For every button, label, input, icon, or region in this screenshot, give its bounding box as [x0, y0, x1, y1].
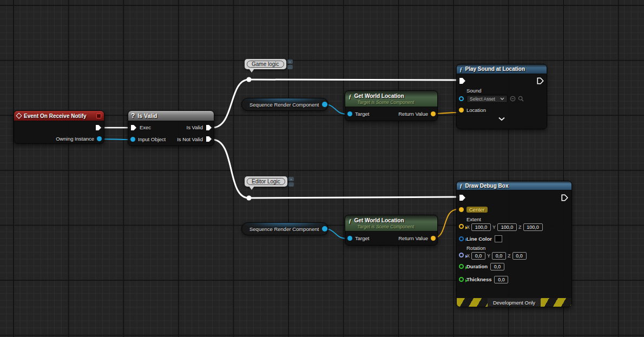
browse-asset-button[interactable] [518, 96, 524, 102]
extent-pin[interactable] [459, 224, 464, 229]
get-world-location-title: Get World Location [354, 93, 435, 99]
reroute-node-game-logic[interactable] [246, 77, 251, 82]
node-event-on-receive-notify[interactable]: Event On Receive Notify Owning Instance [14, 110, 104, 144]
center-pin[interactable] [459, 207, 464, 212]
target-is-scene-component-subtitle: Target is Scene Component [349, 224, 414, 229]
reroute-node-editor-logic[interactable] [246, 195, 251, 200]
thickness-label: Thickness [466, 276, 491, 282]
get-world-location-title: Get World Location [354, 217, 435, 223]
chevron-down-icon [500, 97, 504, 100]
exec-input-pin[interactable] [130, 124, 137, 131]
return-value-label: Return Value [398, 111, 428, 117]
node-get-world-location-top[interactable]: ƒ Get World Location Target is Scene Com… [345, 90, 438, 121]
location-pin[interactable] [459, 108, 464, 113]
bubble-more-icon[interactable]: … [288, 182, 294, 187]
extent-z-input[interactable] [523, 223, 543, 231]
exec-output-pin[interactable] [95, 124, 102, 131]
node-is-valid[interactable]: ? Is Valid Exec Is Valid Input Object Is… [128, 110, 214, 146]
rotation-pin[interactable] [459, 253, 464, 257]
magnifier-icon [518, 96, 524, 102]
axis-z-label: Z [518, 224, 522, 230]
draw-debug-box-title: Draw Debug Box [465, 183, 569, 189]
is-valid-pin-label: Is Valid [187, 124, 203, 130]
event-editor-marker-icon [96, 114, 101, 118]
node-get-world-location-bottom[interactable]: ƒ Get World Location Target is Scene Com… [345, 215, 438, 246]
is-not-valid-pin-label: Is Not Valid [177, 136, 203, 142]
variable-label: Sequence Render Component [249, 226, 319, 232]
node-draw-debug-box[interactable]: ƒ Draw Debug Box Center Extent X Y Z [456, 181, 572, 307]
bubble-more-icon[interactable]: … [287, 65, 293, 69]
expand-node-chevron-icon[interactable] [498, 117, 505, 121]
target-pin[interactable] [347, 236, 352, 241]
function-icon: ƒ [349, 217, 352, 224]
location-label: Location [466, 107, 486, 113]
rotation-y-input[interactable] [492, 252, 506, 260]
event-icon [16, 113, 22, 118]
event-node-header[interactable]: Event On Receive Notify [14, 111, 104, 121]
target-label: Target [355, 111, 369, 117]
target-pin[interactable] [347, 111, 352, 116]
variable-output-pin[interactable] [322, 102, 327, 107]
node-sequence-render-component-bottom[interactable]: Sequence Render Component [241, 222, 328, 235]
use-selected-asset-button[interactable] [510, 96, 516, 102]
exec-output-pin[interactable] [561, 194, 568, 201]
axis-z-label: Z [508, 253, 511, 259]
development-only-banner: Development Only [457, 298, 571, 307]
variable-label: Sequence Render Component [249, 102, 319, 108]
line-color-swatch[interactable] [495, 235, 502, 242]
play-sound-title: Play Sound at Location [465, 66, 544, 72]
select-asset-dropdown[interactable]: Select Asset [466, 95, 508, 103]
bubble-tail [249, 186, 254, 190]
thickness-input[interactable] [494, 276, 508, 283]
node-sequence-render-component-top[interactable]: Sequence Render Component [241, 98, 328, 111]
line-color-label: Line Color [466, 236, 492, 242]
comment-game-logic-text: Game logic [247, 61, 284, 68]
center-label: Center [466, 207, 488, 213]
input-object-label: Input Object [138, 136, 166, 142]
exec-output-pin[interactable] [537, 77, 544, 84]
bubble-pin-icon[interactable]: » [288, 177, 294, 181]
extent-y-input[interactable] [497, 223, 517, 231]
thickness-pin[interactable] [459, 277, 464, 282]
comment-bubble-editor-logic[interactable]: Editor Logic » … [245, 176, 294, 187]
exec-input-pin[interactable] [459, 194, 466, 201]
event-node-title: Event On Receive Notify [24, 113, 94, 119]
node-play-sound-at-location[interactable]: ƒ Play Sound at Location Sound Select As… [456, 64, 547, 129]
blueprint-graph-canvas[interactable]: Event On Receive Notify Owning Instance … [0, 0, 644, 337]
play-sound-header[interactable]: ƒ Play Sound at Location [457, 64, 547, 74]
bubble-controls[interactable]: » … [288, 176, 294, 187]
return-value-pin[interactable] [431, 236, 436, 241]
is-valid-header[interactable]: ? Is Valid [128, 111, 214, 121]
owning-instance-pin[interactable] [97, 136, 102, 141]
question-mark-icon: ? [131, 112, 135, 120]
variable-output-pin[interactable] [322, 226, 327, 232]
duration-input[interactable] [490, 263, 504, 270]
is-valid-title: Is Valid [137, 113, 211, 119]
rotation-z-input[interactable] [512, 252, 527, 260]
development-only-label: Development Only [488, 298, 541, 307]
function-icon: ƒ [349, 93, 352, 100]
exec-input-pin[interactable] [459, 77, 466, 84]
get-world-location-header[interactable]: ƒ Get World Location Target is Scene Com… [345, 91, 437, 107]
bubble-pin-icon[interactable]: » [287, 60, 293, 64]
rotation-x-input[interactable] [471, 252, 485, 260]
return-value-label: Return Value [398, 235, 428, 241]
extent-x-input[interactable] [471, 223, 491, 231]
axis-y-label: Y [487, 253, 490, 259]
is-valid-exec-output-pin[interactable] [206, 124, 212, 131]
function-icon: ƒ [459, 66, 463, 72]
duration-label: Duration [466, 263, 488, 269]
comment-bubble-game-logic[interactable]: Game logic » … [245, 59, 293, 69]
axis-y-label: Y [492, 224, 496, 230]
return-value-pin[interactable] [431, 111, 436, 116]
is-not-valid-exec-output-pin[interactable] [206, 136, 212, 142]
input-object-pin[interactable] [130, 137, 135, 142]
draw-debug-box-header[interactable]: ƒ Draw Debug Box [457, 181, 571, 190]
bubble-controls[interactable]: » … [287, 59, 293, 69]
comment-editor-logic-text: Editor Logic [247, 178, 285, 185]
line-color-pin[interactable] [459, 236, 464, 241]
duration-pin[interactable] [459, 264, 464, 269]
bubble-tail [249, 69, 254, 72]
sound-pin[interactable] [459, 96, 464, 101]
get-world-location-header[interactable]: ƒ Get World Location Target is Scene Com… [345, 215, 437, 232]
